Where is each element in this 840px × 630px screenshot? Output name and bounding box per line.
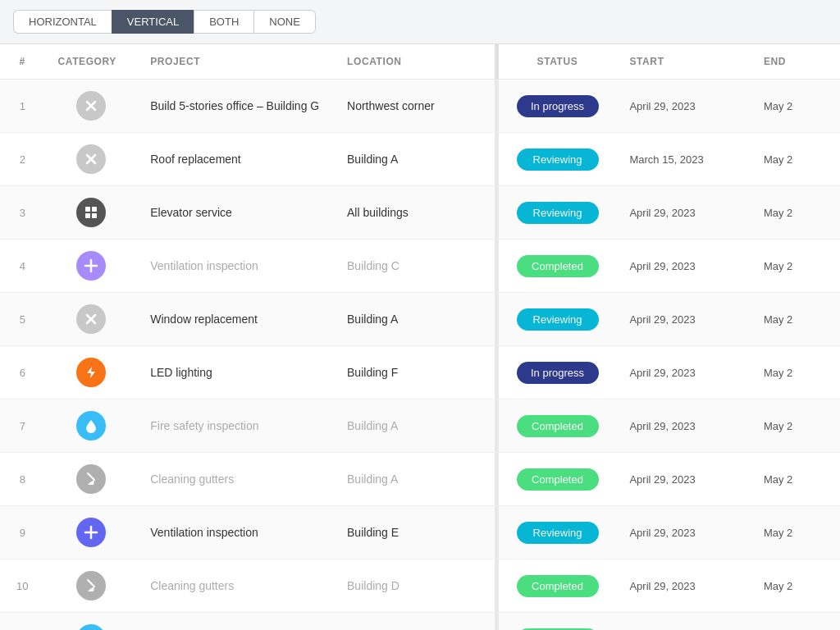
row-location: Building A [334,453,495,506]
main-table-container: # CATEGORY PROJECT LOCATION STATUS START… [0,44,840,630]
row-category-icon [44,399,137,453]
row-location: Building A [334,133,495,186]
table-row[interactable]: 3 Elevator service All buildings Reviewi… [0,186,840,240]
col-header-category: CATEGORY [44,44,137,80]
table-row[interactable]: 6 LED lighting Building F In progress Ap… [0,346,840,399]
svg-line-13 [88,473,94,480]
row-status: Reviewing [499,186,617,240]
status-badge: Reviewing [517,148,599,171]
table-row[interactable]: 5 Window replacement Building A Reviewin… [0,293,840,346]
table-row[interactable]: 8 Cleaning gutters Building A Completed … [0,453,840,506]
table-row[interactable]: 7 Fire safety inspection Building A Comp… [0,399,840,453]
row-location: Building F [334,346,495,399]
svg-rect-5 [92,207,97,212]
row-end: May 2 [751,293,840,346]
col-header-num: # [0,44,44,80]
row-num: 6 [0,346,44,399]
row-project: Ventilation inspection [137,240,334,293]
table-row[interactable]: 1 Build 5-stories office – Building G No… [0,80,840,133]
row-status: Completed [499,453,617,506]
row-category-icon [44,346,137,399]
row-start: April 29, 2023 [616,186,750,240]
table-header-row: # CATEGORY PROJECT LOCATION STATUS START… [0,44,840,80]
row-category-icon [44,506,137,559]
row-start: April 29, 2023 [616,240,750,293]
status-badge: Completed [517,255,599,277]
table-row[interactable]: 4 Ventilation inspection Building C Comp… [0,240,840,293]
toolbar-btn-vertical[interactable]: VERTICAL [112,10,194,34]
status-badge: In progress [517,362,599,384]
row-project: Cleaning gutters [137,453,334,506]
row-end: May 2 [751,453,840,506]
row-location: Building A [334,293,495,346]
row-start: April 29, 2023 [616,80,750,133]
row-category-icon [44,293,137,346]
col-header-project: PROJECT [137,44,334,80]
row-category-icon [44,240,137,293]
status-badge: Completed [517,575,599,597]
row-end: May 2 [751,346,840,399]
row-start: April 29, 2023 [616,293,750,346]
table-row[interactable]: 10 Cleaning gutters Building D Completed… [0,559,840,613]
row-start: April 29, 2023 [616,506,750,559]
row-location: Building A [334,399,495,453]
row-project: Elevator service [137,186,334,240]
row-project: Fire safety inspection [137,399,334,453]
row-num: 9 [0,506,44,559]
row-location: Building A [334,613,495,631]
table-row[interactable]: 9 Ventilation inspection Building E Revi… [0,506,840,559]
row-start: April 29, 2023 [616,399,750,453]
row-num: 8 [0,453,44,506]
row-category-icon [44,133,137,186]
table-row[interactable]: 2 Roof replacement Building A Reviewing … [0,133,840,186]
svg-rect-6 [85,213,90,218]
row-start: March 15, 2023 [616,133,750,186]
row-category-icon [44,453,137,506]
row-num: 7 [0,399,44,453]
toolbar-btn-both[interactable]: BOTH [194,10,253,34]
row-location: All buildings [334,186,495,240]
row-end: May 2 [751,506,840,559]
row-status: Reviewing [499,293,617,346]
row-status: In progress [499,346,617,399]
row-status: Reviewing [499,133,617,186]
svg-marker-12 [87,367,95,378]
row-project: Window replacement [137,293,334,346]
svg-rect-7 [92,213,97,218]
row-project: Ventilation inspection [137,506,334,559]
row-end: May 2 [751,240,840,293]
svg-rect-4 [85,207,90,212]
row-project: Roof replacement [137,133,334,186]
row-status: Completed [499,613,617,631]
svg-line-16 [88,580,94,587]
row-location: Northwest corner [334,80,495,133]
row-location: Building C [334,240,495,293]
status-badge: In progress [517,95,599,117]
row-end: May 2 [751,133,840,186]
status-badge: Reviewing [517,308,599,331]
col-header-end: END [751,44,840,80]
row-status: In progress [499,80,617,133]
project-table: # CATEGORY PROJECT LOCATION STATUS START… [0,44,840,630]
row-location: Building D [334,559,495,613]
row-status: Completed [499,399,617,453]
row-category-icon [44,80,137,133]
status-badge: Reviewing [517,522,599,544]
status-badge: Completed [517,415,599,437]
status-badge: Reviewing [517,202,599,224]
toolbar-btn-none[interactable]: NONE [253,10,316,34]
row-project: Build 5-stories office – Building G [137,80,334,133]
row-start: April 29, 2023 [616,346,750,399]
row-end: May 2 [751,186,840,240]
row-status: Completed [499,240,617,293]
row-category-icon [44,613,137,631]
row-end: May 2 [751,80,840,133]
row-project: Sprinkler system inspection [137,613,334,631]
row-location: Building E [334,506,495,559]
toolbar-btn-horizontal[interactable]: HORIZONTAL [13,10,112,34]
table-row[interactable]: 11 Sprinkler system inspection Building … [0,613,840,631]
col-header-start: START [616,44,750,80]
row-num: 3 [0,186,44,240]
col-header-status: STATUS [499,44,617,80]
row-num: 11 [0,613,44,631]
